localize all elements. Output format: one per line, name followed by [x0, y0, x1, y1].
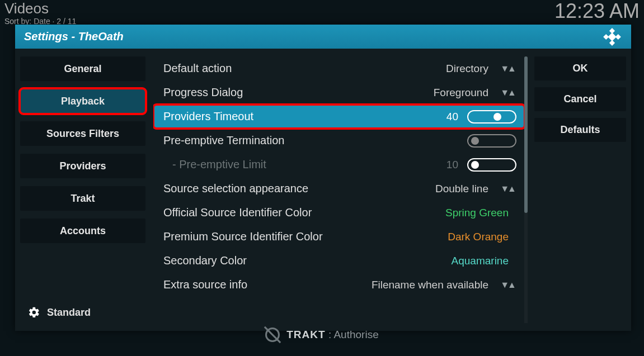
svg-rect-4: [609, 40, 615, 45]
spinner-arrows-icon: ▼▲: [497, 280, 518, 290]
setting-value: Spring Green: [445, 207, 509, 219]
setting-value: Double line: [435, 183, 488, 195]
sidebar-item-playback[interactable]: Playback: [20, 89, 145, 113]
footer-trakt[interactable]: TRAKT : Authorise: [0, 327, 644, 342]
sidebar: General Playback Sources Filters Provide…: [20, 56, 145, 323]
setting-label: Secondary Color: [163, 254, 452, 267]
svg-rect-2: [615, 34, 621, 39]
setting-label: Premium Source Identifier Color: [163, 230, 448, 243]
screen-title: Videos: [4, 1, 76, 16]
clock: 12:23 AM: [554, 1, 640, 21]
setting-value: Directory: [446, 63, 488, 75]
top-bar: Videos Sort by: Date · 2 / 11 12:23 AM: [4, 1, 640, 26]
sidebar-item-general[interactable]: General: [20, 56, 145, 81]
setting-label: Pre-emptive Termination: [163, 134, 467, 147]
setting-row-preemptive-termination[interactable]: Pre-emptive Termination: [153, 129, 528, 153]
setting-value: Foreground: [434, 87, 488, 99]
setting-row-extra-source-info[interactable]: Extra source info Filename when availabl…: [153, 273, 528, 297]
svg-rect-1: [603, 34, 609, 39]
button-label: Cancel: [563, 93, 596, 105]
kodi-logo-icon: [602, 27, 622, 47]
settings-dialog: Settings - TheOath General Playback Sour…: [15, 25, 631, 331]
setting-value: 40: [446, 111, 458, 123]
settings-level-label: Standard: [47, 307, 91, 319]
sidebar-item-label: General: [64, 63, 101, 75]
spinner-arrows-icon: ▼▲: [497, 64, 518, 74]
setting-label: Progress Dialog: [163, 86, 434, 99]
setting-row-providers-timeout[interactable]: Providers Timeout 40: [153, 105, 528, 129]
setting-label: Source selection appearance: [163, 182, 435, 195]
slider-control[interactable]: [467, 110, 516, 124]
footer-trakt-text: TRAKT : Authorise: [286, 329, 378, 341]
setting-label: Extra source info: [163, 278, 372, 291]
settings-level-button[interactable]: Standard: [20, 302, 145, 323]
sidebar-item-trakt[interactable]: Trakt: [20, 186, 145, 211]
gear-icon: [28, 306, 40, 319]
spinner-arrows-icon: ▼▲: [497, 88, 518, 98]
trakt-icon: [265, 327, 280, 342]
settings-list: Default action Directory ▼▲ Progress Dia…: [153, 56, 528, 323]
setting-row-secondary-color[interactable]: Secondary Color Aquamarine: [153, 249, 528, 273]
sidebar-item-providers[interactable]: Providers: [20, 154, 145, 178]
setting-value: Aquamarine: [452, 255, 509, 267]
toggle-control[interactable]: [467, 134, 516, 148]
setting-label: - Pre-emptive Limit: [163, 158, 446, 171]
setting-row-source-selection-appearance[interactable]: Source selection appearance Double line …: [153, 177, 528, 201]
setting-value: Dark Orange: [448, 231, 509, 243]
setting-row-official-color[interactable]: Official Source Identifier Color Spring …: [153, 201, 528, 225]
button-label: OK: [573, 63, 588, 74]
ok-button[interactable]: OK: [534, 56, 626, 80]
sidebar-item-label: Trakt: [70, 193, 95, 205]
scrollbar-thumb[interactable]: [524, 56, 528, 213]
setting-row-progress-dialog[interactable]: Progress Dialog Foreground ▼▲: [153, 80, 528, 105]
sidebar-item-label: Providers: [59, 160, 106, 172]
setting-row-premium-color[interactable]: Premium Source Identifier Color Dark Ora…: [153, 225, 528, 249]
setting-value: 10: [446, 159, 458, 171]
setting-label: Official Source Identifier Color: [163, 206, 445, 219]
dialog-title: Settings - TheOath: [24, 30, 124, 43]
dialog-buttons: OK Cancel Defaults: [534, 56, 626, 323]
button-label: Defaults: [560, 124, 600, 136]
sidebar-item-sources-filters[interactable]: Sources Filters: [20, 121, 145, 146]
setting-row-default-action[interactable]: Default action Directory ▼▲: [153, 56, 528, 80]
defaults-button[interactable]: Defaults: [534, 118, 626, 142]
slider-control: [467, 158, 516, 172]
setting-label: Default action: [163, 62, 446, 75]
svg-rect-0: [608, 32, 616, 41]
sidebar-item-label: Accounts: [60, 225, 106, 237]
setting-row-preemptive-limit: - Pre-emptive Limit 10: [153, 153, 528, 177]
spinner-arrows-icon: ▼▲: [497, 184, 518, 194]
svg-rect-3: [609, 28, 615, 34]
scrollbar[interactable]: [524, 56, 528, 323]
sidebar-item-label: Playback: [61, 96, 105, 107]
setting-label: Providers Timeout: [163, 110, 446, 123]
sidebar-item-accounts[interactable]: Accounts: [20, 219, 145, 243]
cancel-button[interactable]: Cancel: [534, 87, 626, 111]
dialog-header: Settings - TheOath: [15, 25, 631, 49]
setting-value: Filename when available: [372, 279, 488, 291]
sidebar-item-label: Sources Filters: [46, 128, 119, 140]
